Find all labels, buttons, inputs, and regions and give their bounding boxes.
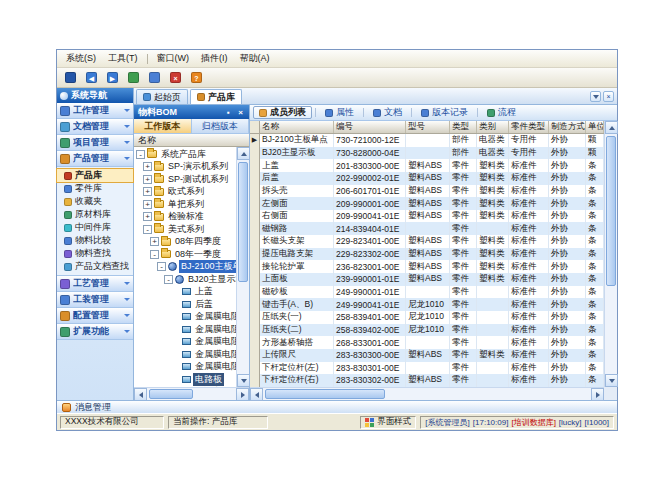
sidebar-group-tooling[interactable]: 工装管理	[57, 292, 133, 308]
table-row[interactable]: 磁钢路214-839404-01E零件标准件外协条	[250, 222, 604, 235]
tree-node[interactable]: -BJ-2100主板单点	[134, 261, 236, 274]
tab-product-library[interactable]: 产品库	[190, 89, 242, 104]
table-row[interactable]: 压纸夹(一)258-839401-00E尼龙1010零件标准件外协条	[250, 311, 604, 324]
menu-help[interactable]: 帮助(A)	[234, 50, 276, 67]
table-row[interactable]: 上面板239-990001-01E塑料ABS零件塑料类标准件外协条	[250, 273, 604, 286]
archived-version-tab[interactable]: 归档版本	[192, 119, 250, 133]
column-header-4[interactable]: 类型	[450, 121, 477, 133]
tree-node[interactable]: +检验标准	[134, 211, 236, 224]
table-row[interactable]: 下杆定位杆(右)283-830302-00E塑料ABS零件标准件外协条	[250, 374, 604, 387]
tree-node[interactable]: 上盖	[134, 286, 236, 299]
menu-system[interactable]: 系统(S)	[60, 50, 102, 67]
tab-documents[interactable]: 文档	[367, 106, 408, 119]
column-header-7[interactable]: 制造方式	[549, 121, 586, 133]
menu-plugins[interactable]: 插件(I)	[195, 50, 234, 67]
tree-node[interactable]: +SP-测试机系列	[134, 173, 236, 186]
tree-expander-icon[interactable]: -	[143, 225, 152, 234]
tab-close-button[interactable]: ×	[603, 91, 614, 102]
scroll-track[interactable]	[147, 388, 236, 400]
pin-icon[interactable]: ▪	[224, 108, 233, 117]
tree-node[interactable]: +08年四季度	[134, 236, 236, 249]
tree-expander-icon[interactable]: +	[150, 237, 159, 246]
tree-node[interactable]: 金属膜电阻器	[134, 336, 236, 349]
menu-window[interactable]: 窗口(W)	[151, 50, 196, 67]
tree-vertical-scrollbar[interactable]	[236, 147, 249, 387]
sidebar-group-work[interactable]: 工作管理	[57, 103, 133, 119]
tab-list-button[interactable]	[590, 91, 601, 102]
sidebar-group-extensions[interactable]: 扩展功能	[57, 324, 133, 340]
table-row[interactable]: 长磁头支架229-823401-00E塑料ABS零件塑料类标准件外协条	[250, 235, 604, 248]
sidebar-item-parts-library[interactable]: 零件库	[57, 182, 133, 195]
tab-properties[interactable]: 属性	[319, 106, 360, 119]
sidebar-item-favorites[interactable]: 收藏夹	[57, 195, 133, 208]
back-button[interactable]: ◀	[83, 69, 100, 86]
column-header-5[interactable]: 类别	[477, 121, 509, 133]
tab-workflow[interactable]: 流程	[481, 106, 522, 119]
home-button[interactable]	[146, 69, 163, 86]
stop-button[interactable]: ×	[167, 69, 184, 86]
tab-version-history[interactable]: 版本记录	[415, 106, 474, 119]
tab-member-list[interactable]: 成员列表	[253, 106, 312, 119]
scroll-down-button[interactable]	[237, 374, 250, 387]
table-row[interactable]: 键击手(A、B)249-990041-01E尼龙1010零件标准件外协条	[250, 298, 604, 311]
tree-expander-icon[interactable]: +	[143, 212, 152, 221]
sidebar-group-docs[interactable]: 文档管理	[57, 119, 133, 135]
tree-expander-icon[interactable]: +	[143, 187, 152, 196]
table-row[interactable]: 上盖201-830300-00E塑料ABS零件塑料类标准件外协条	[250, 159, 604, 172]
table-row[interactable]: 下杆定位杆(左)283-830301-00E零件标准件外协条	[250, 362, 604, 375]
sidebar-item-raw-materials[interactable]: 原材料库	[57, 208, 133, 221]
message-panel-header[interactable]: 消息管理	[57, 400, 617, 413]
column-header-6[interactable]: 零件类型	[509, 121, 549, 133]
table-row[interactable]: 磁砂板249-990001-01E零件标准件外协条	[250, 286, 604, 299]
table-row[interactable]: 后盖202-990002-01E塑料ABS零件塑料类标准件外协条	[250, 172, 604, 185]
tree-node[interactable]: +单把系列	[134, 198, 236, 211]
table-row[interactable]: 左侧面209-990001-00E塑料ABS零件塑料类标准件外协条	[250, 197, 604, 210]
tree-expander-icon[interactable]: +	[143, 162, 152, 171]
tree-node[interactable]: 金属膜电阻器	[134, 311, 236, 324]
scroll-down-button[interactable]	[605, 374, 618, 387]
menu-tools[interactable]: 工具(T)	[102, 50, 144, 67]
refresh-button[interactable]	[125, 69, 142, 86]
scroll-track[interactable]	[605, 134, 617, 374]
table-row[interactable]: 接轮轮护罩236-823001-00E塑料ABS零件塑料类标准件外协条	[250, 260, 604, 273]
column-header-3[interactable]: 型号	[406, 121, 450, 133]
close-icon[interactable]: ×	[236, 108, 245, 117]
tree-node[interactable]: +SP-演示机系列	[134, 161, 236, 174]
tree-node[interactable]: -系统产品库	[134, 148, 236, 161]
scroll-right-button[interactable]	[591, 388, 604, 401]
tree-expander-icon[interactable]: +	[143, 200, 152, 209]
help-button[interactable]: ?	[188, 69, 205, 86]
working-version-tab[interactable]: 工作版本	[134, 119, 192, 133]
scroll-up-button[interactable]	[605, 121, 618, 134]
sidebar-item-middleware[interactable]: 中间件库	[57, 221, 133, 234]
column-header-2[interactable]: 编号	[334, 121, 406, 133]
table-row[interactable]: 上传限尺283-830300-00E塑料ABS零件塑料类标准件外协条	[250, 349, 604, 362]
scroll-thumb[interactable]	[149, 389, 193, 399]
scroll-track[interactable]	[263, 388, 591, 400]
table-row[interactable]: ▶BJ-2100主板单点730-721000-12E部件电器类专用件外协颗	[250, 134, 604, 147]
tree-node[interactable]: -美式系列	[134, 223, 236, 236]
tree-node[interactable]: +欧式系列	[134, 186, 236, 199]
sidebar-item-material-compare[interactable]: 物料比较	[57, 234, 133, 247]
table-row[interactable]: 方形基桥轴搭268-833001-00E零件标准件外协条	[250, 336, 604, 349]
tree-node[interactable]: -BJ20主显示板	[134, 273, 236, 286]
interface-style-selector[interactable]: 界面样式	[360, 416, 416, 429]
scroll-track[interactable]	[237, 160, 249, 374]
tab-start-page[interactable]: 起始页	[136, 89, 188, 104]
table-row[interactable]: 压纸夹(二)258-839402-00E尼龙1010零件标准件外协条	[250, 324, 604, 337]
scroll-thumb[interactable]	[238, 162, 248, 282]
grid-horizontal-scrollbar[interactable]	[250, 387, 604, 400]
tree-node[interactable]: -08年一季度	[134, 248, 236, 261]
table-row[interactable]: BJ20主显示板730-828000-04E部件电器类专用件外协颗	[250, 147, 604, 160]
tree-node[interactable]: 电路板	[134, 373, 236, 386]
scroll-left-button[interactable]	[250, 388, 263, 401]
tree-expander-icon[interactable]: +	[143, 175, 152, 184]
scroll-thumb[interactable]	[265, 389, 385, 399]
tree-node[interactable]: 后盖	[134, 298, 236, 311]
tree-expander-icon[interactable]: -	[157, 262, 166, 271]
column-header-8[interactable]: 单位	[586, 121, 604, 133]
tree-expander-icon[interactable]: -	[164, 275, 173, 284]
sidebar-group-config[interactable]: 配置管理	[57, 308, 133, 324]
tree-column-header[interactable]: 名称	[134, 134, 249, 147]
forward-button[interactable]: ▶	[104, 69, 121, 86]
